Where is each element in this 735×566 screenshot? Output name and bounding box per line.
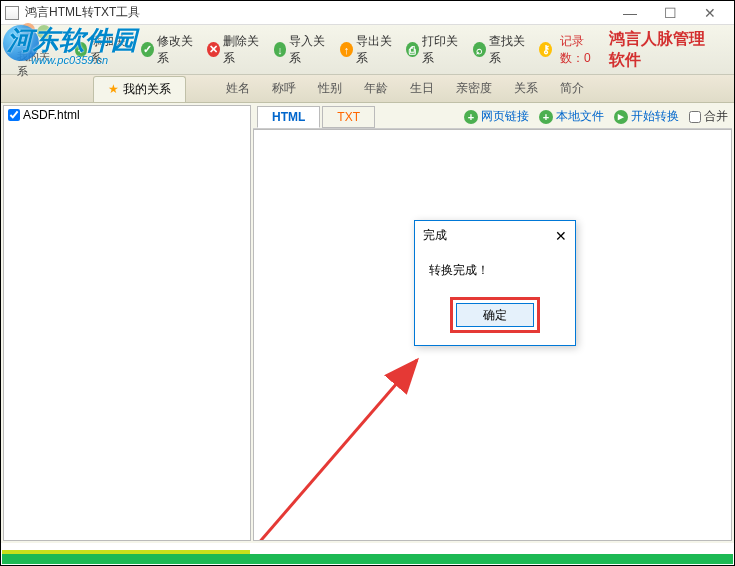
app-title-text: 鸿言人脉管理软件 xyxy=(609,29,726,71)
play-icon: ▸ xyxy=(614,110,628,124)
delete-relation-button[interactable]: ✕删除关系 xyxy=(203,31,267,69)
export-relation-button[interactable]: ↑导出关系 xyxy=(336,31,400,69)
plus-icon: + xyxy=(539,110,553,124)
print-icon: ⎙ xyxy=(406,42,419,57)
file-list-pane: ASDF.html xyxy=(3,105,251,541)
complete-dialog: 完成 ✕ 转换完成！ 确定 xyxy=(414,220,576,346)
file-name: ASDF.html xyxy=(23,108,80,122)
file-checkbox[interactable] xyxy=(8,109,20,121)
add-relation-button[interactable]: +添加关系 xyxy=(71,31,135,69)
plus-icon: + xyxy=(464,110,478,124)
local-file-button[interactable]: +本地文件 xyxy=(535,106,608,127)
dialog-title: 完成 xyxy=(423,227,447,244)
app-icon xyxy=(5,6,19,20)
export-icon: ↑ xyxy=(340,42,353,57)
column-headers: 姓名 称呼 性别 年龄 生日 亲密度 关系 简介 xyxy=(216,80,594,97)
maximize-button[interactable]: ☐ xyxy=(650,2,690,24)
workarea: ASDF.html HTML TXT +网页链接 +本地文件 ▸开始转换 合并 … xyxy=(1,103,734,543)
tab-html[interactable]: HTML xyxy=(257,106,320,128)
merge-checkbox[interactable] xyxy=(689,111,701,123)
my-relations-button[interactable]: 我的关系 xyxy=(9,19,63,81)
record-count-label: 记录数：0 xyxy=(560,33,607,67)
col-call: 称呼 xyxy=(262,80,306,97)
dialog-close-button[interactable]: ✕ xyxy=(555,228,567,244)
my-relations-tab[interactable]: ★ 我的关系 xyxy=(93,76,186,102)
star-icon: ★ xyxy=(108,82,119,96)
minimize-button[interactable]: — xyxy=(610,2,650,24)
right-toolbar: HTML TXT +网页链接 +本地文件 ▸开始转换 合并 xyxy=(253,105,732,129)
check-icon: ✓ xyxy=(141,42,154,57)
web-link-button[interactable]: +网页链接 xyxy=(460,106,533,127)
right-pane: HTML TXT +网页链接 +本地文件 ▸开始转换 合并 完成 ✕ 转换完成！ xyxy=(253,105,732,541)
sub-toolbar: ★ 我的关系 姓名 称呼 性别 年龄 生日 亲密度 关系 简介 xyxy=(1,75,734,103)
col-name: 姓名 xyxy=(216,80,260,97)
col-relation: 关系 xyxy=(504,80,548,97)
col-intimacy: 亲密度 xyxy=(446,80,502,97)
tab-txt[interactable]: TXT xyxy=(322,106,375,128)
edit-relation-button[interactable]: ✓修改关系 xyxy=(137,31,201,69)
close-button[interactable]: ✕ xyxy=(690,2,730,24)
import-relation-button[interactable]: ↓导入关系 xyxy=(270,31,334,69)
key-icon: ⚷ xyxy=(539,42,552,57)
col-birthday: 生日 xyxy=(400,80,444,97)
ribbon-toolbar: 我的关系 +添加关系 ✓修改关系 ✕删除关系 ↓导入关系 ↑导出关系 ⎙打印关系… xyxy=(1,25,734,75)
delete-icon: ✕ xyxy=(207,42,220,57)
dialog-message: 转换完成！ xyxy=(429,263,489,277)
search-icon: ⌕ xyxy=(473,42,486,57)
people-icon xyxy=(19,21,53,47)
statusbar xyxy=(2,554,733,564)
svg-line-1 xyxy=(254,360,417,540)
titlebar: 鸿言HTML转TXT工具 — ☐ ✕ xyxy=(1,1,734,25)
ok-button[interactable]: 确定 xyxy=(456,303,534,327)
content-area: 完成 ✕ 转换完成！ 确定 xyxy=(253,129,732,541)
col-intro: 简介 xyxy=(550,80,594,97)
col-age: 年龄 xyxy=(354,80,398,97)
ok-highlight-box: 确定 xyxy=(450,297,540,333)
import-icon: ↓ xyxy=(274,42,287,57)
start-convert-button[interactable]: ▸开始转换 xyxy=(610,106,683,127)
find-relation-button[interactable]: ⌕查找关系 xyxy=(469,31,533,69)
file-item[interactable]: ASDF.html xyxy=(4,106,250,124)
print-relation-button[interactable]: ⎙打印关系 xyxy=(402,31,466,69)
plus-icon: + xyxy=(75,42,88,57)
merge-checkbox-label[interactable]: 合并 xyxy=(689,108,728,125)
col-gender: 性别 xyxy=(308,80,352,97)
